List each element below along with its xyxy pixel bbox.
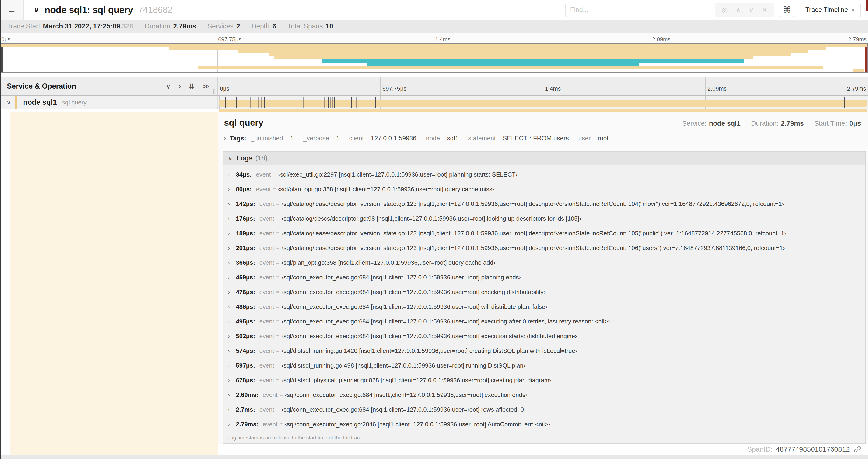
next-match-icon[interactable]: ∨ (749, 6, 754, 14)
log-time: 597μs: (236, 362, 255, 369)
minimap-span-bar (274, 57, 753, 60)
find-group: ◎ ∧ ∨ ✕ (565, 3, 774, 17)
minimap-tick-label: 2.79ms (848, 36, 867, 43)
back-button[interactable]: ← (0, 0, 24, 20)
log-marker-tick (324, 97, 325, 108)
log-equals: = (276, 230, 279, 236)
collapse-all-icon[interactable]: ⇊ (189, 82, 194, 90)
match-target-icon[interactable]: ◎ (722, 6, 728, 14)
span-bar-track[interactable] (218, 96, 868, 109)
find-input[interactable] (566, 3, 715, 17)
minimap-span-bar (269, 53, 791, 56)
span-row-label-cell: ∨ node sql1 sql query (0, 96, 218, 109)
log-equals: = (276, 362, 279, 369)
chevron-down-icon[interactable]: ∨ (6, 99, 11, 106)
page-title: node sql1: sql query (44, 5, 133, 15)
log-field-value: ‹sql/catalog/descs/descriptor.go:98 [nsq… (281, 215, 581, 222)
log-field-key: event (259, 303, 274, 310)
tag-item: client=127.0.0.1:59936 (349, 135, 416, 142)
log-time: 2.7ms: (236, 406, 255, 413)
log-equals: = (276, 216, 279, 222)
log-entry[interactable]: › 2.69ms: event = ‹sql/conn_executor_exe… (223, 388, 865, 402)
column-resize-grip[interactable]: ∥ (213, 88, 216, 94)
log-field-value: ‹sql/conn_executor_exec.go:2046 [nsql1,c… (285, 421, 550, 428)
log-time: 574μs: (236, 347, 255, 355)
log-entry[interactable]: › 366μs: event = ‹sql/plan_opt.go:358 [n… (223, 255, 865, 270)
log-marker-tick (328, 97, 329, 108)
log-time: 366μs: (236, 259, 255, 266)
log-entry[interactable]: › 189μs: event = ‹sql/catalog/lease/desc… (223, 226, 865, 241)
log-entry[interactable]: › 597μs: event = ‹sql/distsql_running.go… (223, 358, 865, 373)
log-time: 142μs: (236, 200, 255, 207)
minimap-left-scrubber[interactable] (1, 44, 3, 72)
log-entry[interactable]: › 80μs: event = ‹sql/plan_opt.go:358 [ns… (223, 182, 865, 197)
log-entry[interactable]: › 201μs: event = ‹sql/catalog/lease/desc… (223, 241, 865, 255)
log-field-value: ‹sql/conn_executor_exec.go:684 [nsql1,cl… (281, 274, 521, 281)
tags-accordion[interactable]: › Tags: _unfinished=1 _verbose=1 client=… (224, 135, 868, 142)
keyboard-shortcuts-button[interactable]: ⌘ (780, 3, 795, 17)
chevron-right-icon: › (228, 171, 236, 178)
log-time: 459μs: (236, 274, 255, 281)
log-entry[interactable]: › 459μs: event = ‹sql/conn_executor_exec… (223, 270, 865, 285)
stat-label: Duration: (751, 120, 779, 127)
copy-link-icon[interactable] (854, 445, 862, 453)
logs-accordion-header[interactable]: ∨ Logs (18) (223, 152, 865, 165)
minimap-canvas[interactable] (0, 43, 868, 73)
trace-view-selector[interactable]: Trace Timeline ∨ (800, 3, 861, 17)
log-entry[interactable]: › 34μs: event = ‹sql/exec_util.go:2297 [… (223, 167, 865, 182)
log-field-key: event (259, 333, 274, 340)
stat-label: Start Time: (814, 120, 847, 127)
log-entry[interactable]: › 486μs: event = ‹sql/conn_executor_exec… (223, 299, 865, 314)
log-marker-tick (264, 97, 265, 108)
log-equals: = (276, 348, 279, 354)
log-entry[interactable]: › 2.79ms: event = ‹sql/conn_executor_exe… (223, 417, 865, 432)
ruler-gridline (543, 77, 543, 95)
span-id-value: 4877749850101760812 (776, 445, 850, 453)
log-marker-tick (303, 97, 303, 108)
tag-item: _unfinished=1 (251, 135, 293, 142)
prev-match-icon[interactable]: ∧ (736, 6, 741, 14)
chevron-right-icon: › (228, 260, 236, 266)
log-entry[interactable]: › 678μs: event = ‹sql/distsql_physical_p… (223, 373, 865, 388)
logs-count: (18) (255, 154, 268, 162)
log-marker-tick (261, 97, 262, 108)
minimap-tick-labels: 0μs697.75μs1.4ms2.09ms2.79ms (0, 33, 868, 43)
expand-all-icon[interactable]: ≫ (203, 82, 210, 90)
log-time: 486μs: (236, 303, 255, 310)
trace-stat: Trace Start March 31 2022, 17:25:09.326 (7, 22, 133, 30)
collapse-trace-icon[interactable]: ∨ (33, 5, 39, 14)
log-entry[interactable]: › 574μs: event = ‹sql/distsql_running.go… (223, 343, 865, 358)
log-time: 34μs: (236, 171, 252, 178)
log-entry[interactable]: › 495μs: event = ‹sql/conn_executor_exec… (223, 314, 865, 329)
detail-row-color-column (10, 112, 218, 455)
span-duration-bar[interactable] (219, 100, 867, 107)
expand-one-icon[interactable]: › (179, 82, 181, 90)
log-marker-tick (844, 97, 845, 108)
log-time: 189μs: (236, 230, 255, 237)
log-entry[interactable]: › 502μs: event = ‹sql/conn_executor_exec… (223, 329, 865, 343)
command-icon: ⌘ (783, 5, 791, 15)
ruler-gridline (705, 77, 706, 95)
span-row-node-sql1[interactable]: ∨ node sql1 sql query (0, 96, 868, 109)
log-entry[interactable]: › 476μs: event = ‹sql/conn_executor_exec… (223, 285, 865, 299)
chevron-down-icon: ∨ (851, 7, 855, 12)
clear-find-icon[interactable]: ✕ (762, 6, 768, 14)
ruler-tick-label: 0μs (220, 85, 229, 92)
log-marker-tick (334, 97, 335, 108)
log-equals: = (280, 392, 283, 398)
log-field-value: ‹sql/conn_executor_exec.go:684 [nsql1,cl… (281, 303, 547, 310)
log-equals: = (276, 333, 279, 339)
trace-id: 7418682 (138, 5, 173, 15)
log-entry[interactable]: › 176μs: event = ‹sql/catalog/descs/desc… (223, 211, 865, 226)
minimap-right-scrubber[interactable] (865, 44, 867, 72)
minimap-tick-label: 1.4ms (435, 36, 450, 43)
tag-item: node=sql1 (426, 135, 459, 142)
log-field-key: event (259, 362, 274, 369)
log-entry[interactable]: › 2.7ms: event = ‹sql/conn_executor_exec… (223, 402, 865, 417)
log-marker-tick (375, 97, 376, 108)
window-left-edge (0, 0, 1, 459)
collapse-one-icon[interactable]: ∨ (166, 82, 170, 90)
log-entry-list: › 34μs: event = ‹sql/exec_util.go:2297 [… (223, 165, 865, 432)
trace-view-label: Trace Timeline (805, 6, 848, 13)
log-entry[interactable]: › 142μs: event = ‹sql/catalog/lease/desc… (223, 197, 865, 211)
